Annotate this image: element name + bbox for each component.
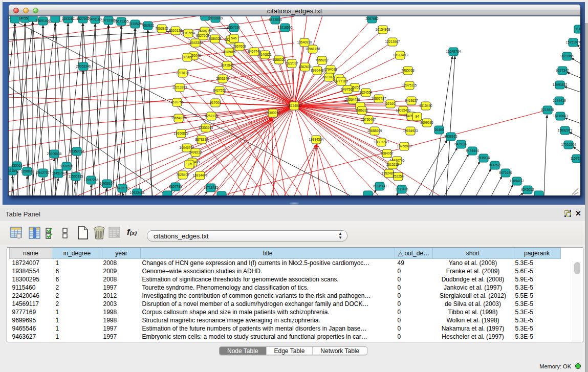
svg-text:1362615: 1362615 bbox=[298, 65, 312, 69]
svg-text:15751074: 15751074 bbox=[566, 40, 580, 44]
svg-text:8990448: 8990448 bbox=[311, 69, 324, 72]
svg-text:3624554: 3624554 bbox=[359, 91, 373, 94]
svg-text:94: 94 bbox=[415, 115, 419, 118]
svg-text:8912954: 8912954 bbox=[182, 31, 195, 35]
svg-text:13640910: 13640910 bbox=[297, 40, 312, 44]
svg-text:7955812: 7955812 bbox=[315, 58, 329, 62]
svg-text:10756928: 10756928 bbox=[397, 144, 412, 148]
svg-text:7663821: 7663821 bbox=[141, 24, 155, 27]
svg-text:15136141: 15136141 bbox=[373, 184, 387, 188]
svg-text:18807249: 18807249 bbox=[374, 140, 389, 144]
svg-text:7485063: 7485063 bbox=[401, 69, 415, 72]
svg-text:7515526: 7515526 bbox=[128, 22, 142, 26]
svg-text:9699695: 9699695 bbox=[420, 121, 433, 124]
svg-text:17016504: 17016504 bbox=[561, 143, 576, 146]
svg-text:7632621: 7632621 bbox=[488, 163, 502, 167]
svg-text:8427552: 8427552 bbox=[213, 89, 226, 92]
svg-text:16648784: 16648784 bbox=[446, 50, 461, 53]
svg-text:9245652: 9245652 bbox=[521, 188, 534, 191]
svg-text:3875685: 3875685 bbox=[223, 50, 236, 54]
svg-text:2803144: 2803144 bbox=[216, 77, 229, 80]
svg-text:2867608: 2867608 bbox=[233, 45, 246, 48]
svg-text:1621072: 1621072 bbox=[322, 75, 336, 79]
svg-text:12213967: 12213967 bbox=[385, 40, 400, 43]
svg-text:8878334: 8878334 bbox=[195, 138, 208, 141]
svg-text:8267110: 8267110 bbox=[205, 114, 218, 118]
svg-text:12353594: 12353594 bbox=[199, 126, 213, 129]
svg-text:10807487: 10807487 bbox=[372, 97, 386, 100]
svg-text:2935114: 2935114 bbox=[477, 156, 490, 160]
svg-text:1244419: 1244419 bbox=[553, 99, 566, 102]
svg-text:8938923: 8938923 bbox=[444, 135, 458, 138]
svg-text:7663822: 7663822 bbox=[155, 27, 168, 30]
svg-text:19166829: 19166829 bbox=[174, 132, 189, 135]
svg-text:10923468: 10923468 bbox=[130, 191, 145, 194]
svg-text:7625402: 7625402 bbox=[176, 173, 189, 177]
svg-text:15692971: 15692971 bbox=[558, 128, 573, 132]
svg-text:12975115: 12975115 bbox=[402, 83, 417, 87]
svg-text:435061: 435061 bbox=[11, 164, 23, 167]
svg-text:10025433: 10025433 bbox=[396, 108, 411, 112]
svg-text:10654112: 10654112 bbox=[510, 179, 525, 183]
svg-text:10973493: 10973493 bbox=[393, 53, 408, 57]
svg-text:20053346: 20053346 bbox=[76, 64, 91, 68]
svg-text:10688609: 10688609 bbox=[367, 129, 382, 133]
svg-text:2087682: 2087682 bbox=[365, 17, 379, 20]
svg-text:19384554: 19384554 bbox=[309, 138, 324, 141]
svg-text:12505135: 12505135 bbox=[69, 174, 83, 178]
svg-text:252254: 252254 bbox=[393, 174, 404, 178]
svg-text:8186328: 8186328 bbox=[208, 37, 222, 40]
svg-text:19654923: 19654923 bbox=[403, 129, 418, 133]
svg-text:9129966: 9129966 bbox=[560, 54, 574, 58]
svg-text:9146821: 9146821 bbox=[258, 53, 272, 56]
svg-text:9097586: 9097586 bbox=[60, 164, 73, 168]
svg-text:9474444: 9474444 bbox=[466, 149, 479, 152]
svg-text:9084067: 9084067 bbox=[380, 151, 394, 155]
svg-text:6794028: 6794028 bbox=[324, 68, 337, 71]
svg-text:2718126: 2718126 bbox=[176, 71, 189, 75]
svg-text:16405: 16405 bbox=[434, 128, 444, 132]
svg-text:16914479: 16914479 bbox=[193, 173, 208, 177]
svg-text:10961758: 10961758 bbox=[306, 47, 320, 51]
svg-text:12213383: 12213383 bbox=[172, 85, 187, 89]
svg-text:9227342: 9227342 bbox=[556, 69, 569, 72]
svg-text:19218506: 19218506 bbox=[278, 26, 293, 29]
svg-text:8471626: 8471626 bbox=[499, 171, 512, 174]
svg-text:8660124: 8660124 bbox=[169, 29, 182, 32]
svg-text:62160: 62160 bbox=[386, 102, 395, 105]
svg-text:1588520: 1588520 bbox=[272, 58, 286, 61]
svg-text:12093822: 12093822 bbox=[553, 83, 568, 86]
svg-text:98965: 98965 bbox=[183, 55, 192, 59]
svg-text:1610755: 1610755 bbox=[170, 100, 184, 104]
svg-text:1733426: 1733426 bbox=[395, 187, 408, 191]
svg-text:15720407: 15720407 bbox=[361, 118, 376, 121]
svg-text:16033809: 16033809 bbox=[208, 16, 223, 20]
svg-text:17957255: 17957255 bbox=[84, 178, 99, 182]
svg-text:20364436: 20364436 bbox=[345, 98, 360, 101]
svg-text:9242848: 9242848 bbox=[221, 63, 234, 67]
svg-text:8813054: 8813054 bbox=[269, 18, 282, 21]
svg-text:18724007: 18724007 bbox=[287, 104, 302, 107]
svg-text:9777169: 9777169 bbox=[335, 79, 348, 83]
svg-text:1167533: 1167533 bbox=[571, 157, 580, 160]
svg-text:16543382: 16543382 bbox=[188, 41, 203, 45]
svg-text:1527602: 1527602 bbox=[76, 17, 90, 20]
svg-text:25300293: 25300293 bbox=[266, 111, 280, 115]
svg-text:6322037: 6322037 bbox=[285, 61, 298, 65]
svg-text:2942757: 2942757 bbox=[36, 171, 50, 174]
svg-text:6479197: 6479197 bbox=[454, 142, 468, 146]
svg-text:20206536: 20206536 bbox=[47, 152, 62, 156]
svg-text:9463627: 9463627 bbox=[405, 99, 418, 102]
svg-text:6466160: 6466160 bbox=[89, 17, 102, 21]
svg-text:17359934: 17359934 bbox=[70, 149, 84, 153]
svg-text:16671355: 16671355 bbox=[114, 19, 129, 23]
svg-text:10958107: 10958107 bbox=[100, 182, 115, 185]
svg-text:8215958: 8215958 bbox=[541, 108, 554, 112]
svg-text:546: 546 bbox=[231, 36, 237, 40]
svg-text:1117: 1117 bbox=[575, 27, 580, 31]
svg-text:16154808: 16154808 bbox=[376, 28, 390, 31]
svg-text:15718485: 15718485 bbox=[204, 186, 219, 189]
svg-text:9327503: 9327503 bbox=[196, 34, 209, 37]
svg-text:1145194: 1145194 bbox=[52, 171, 65, 175]
svg-text:1615112: 1615112 bbox=[386, 163, 399, 166]
